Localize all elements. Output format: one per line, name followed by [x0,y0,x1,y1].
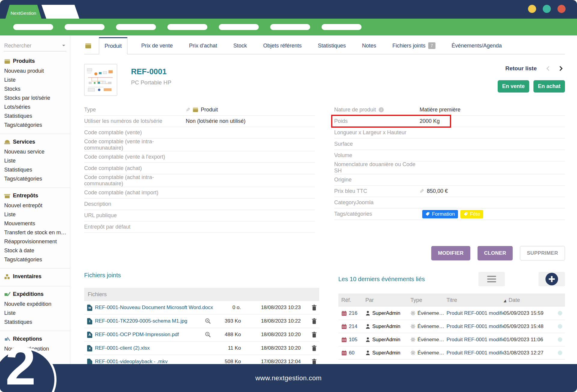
list-menu-button[interactable] [478,272,505,286]
sidebar-item[interactable]: Nouvel entrepôt [4,201,70,210]
file-date: 18/08/2023 10:20 [244,332,301,338]
sidebar-item[interactable]: Liste [4,75,70,84]
file-link[interactable]: REF-0001-client (2).xlsx [95,345,213,351]
file-link[interactable]: REF-0001-videoplayback - .mkv [95,359,213,364]
edit-pencil-icon[interactable] [420,188,424,194]
footer: www.nextgestion.com [0,364,577,392]
column-ref: Réf. [341,297,365,303]
detail-row: Nature de produit Matière première [334,104,565,116]
chevron-left-icon[interactable] [546,65,550,71]
tab-label: Objets référents [263,43,302,49]
sidebar-section-header[interactable]: Produits [4,58,70,64]
sidebar-section-label: Entrepôts [13,193,38,199]
sidebar-item[interactable]: Lots/séries [4,102,70,111]
event-ref-link[interactable]: 60 [349,350,355,356]
tab[interactable]: Stock [232,37,248,54]
sidebar-item[interactable]: Liste [4,210,70,219]
thumbnail-schema-image [86,65,116,94]
edit-pencil-icon[interactable] [186,107,190,113]
secondary-tab[interactable] [41,5,79,19]
sidebar-item[interactable]: Statistiques [4,318,70,327]
sidebar-item[interactable]: Liste [4,156,70,165]
nav-pill-placeholder[interactable] [116,24,156,30]
sidebar-item[interactable]: Stocks [4,84,70,93]
clone-button[interactable]: CLONER [478,246,513,260]
file-type-icon: A [87,332,92,338]
sidebar-item[interactable]: Nouveau service [4,147,70,156]
field-label: Longueur x Largeur x Hauteur [334,129,420,136]
chevron-right-icon[interactable] [559,65,563,71]
sidebar-item[interactable]: Mouvements [4,219,70,228]
tab[interactable]: Prix de vente [140,37,174,54]
on-purchase-badge[interactable]: En achat [533,80,565,93]
preview-zoom-icon[interactable] [205,331,213,338]
sidebar-item[interactable]: Tags/catégories [4,174,70,183]
delete-file-icon[interactable] [304,345,319,351]
window-dot-green[interactable] [543,5,551,13]
tag-badge[interactable]: Fête [460,210,483,218]
tab[interactable]: Objets référents [262,37,303,54]
on-sale-badge[interactable]: En vente [498,80,529,93]
delete-file-icon[interactable] [304,359,319,364]
add-event-button[interactable] [545,273,558,285]
file-link[interactable]: REF-0001-OCP PDM-Impression.pdf [95,332,202,338]
event-ref-link[interactable]: 214 [349,324,357,330]
window-dot-red[interactable] [557,5,566,13]
nav-pill-placeholder[interactable] [322,24,362,30]
event-user-name: SuperAdmin [372,324,401,330]
event-title: Produit REF-0001 modifié [447,324,504,330]
event-ref-link[interactable]: 216 [349,310,357,316]
sidebar-item[interactable]: Nouvelle expédition [4,299,70,308]
window-dot-yellow[interactable] [528,5,536,13]
tab[interactable]: Statistiques [317,37,347,54]
tab[interactable]: Fichiers joints 7 [391,37,437,54]
file-size: 11 Ko [216,345,241,351]
file-link[interactable]: REF-0001-TK2209-0005-schema M1.jpg [95,318,202,324]
sidebar-section-header[interactable]: Services [4,139,70,145]
detail-row: Entrepôt par défaut [84,221,315,233]
nav-pill-placeholder[interactable] [167,24,207,30]
sidebar-item[interactable]: Stock à date [4,246,70,255]
sidebar-item[interactable]: Tags/catégories [4,255,70,264]
info-icon[interactable] [379,107,384,112]
sidebar-item[interactable]: Liste [4,308,70,318]
tab[interactable]: Prix d'achat [188,37,218,54]
tag-badge[interactable]: Formation [422,210,458,218]
sidebar-section-header[interactable]: Expéditions [4,291,70,297]
back-to-list-link[interactable]: Retour liste [505,65,537,72]
event-user-name: SuperAdmin [372,337,401,343]
delete-button[interactable]: SUPPRIMER [520,246,565,260]
event-ref-link[interactable]: 105 [349,337,357,343]
sidebar-item[interactable]: Stocks par lot/série [4,93,70,102]
sidebar-item[interactable]: Nouveau produit [4,66,70,75]
sidebar-item[interactable]: Statistiques [4,165,70,174]
tab[interactable]: Produit [99,37,127,54]
delete-file-icon[interactable] [304,318,319,324]
brand-tab[interactable]: NextGestion [5,5,41,19]
search-input[interactable] [4,40,66,51]
preview-zoom-icon[interactable] [205,318,213,324]
product-thumbnail[interactable] [84,64,117,96]
sidebar-section-header[interactable]: Entrepôts [4,193,70,199]
file-link[interactable]: REF-0001-Nouveau Document Microsoft Word… [95,305,213,311]
nav-pill-placeholder[interactable] [13,24,53,30]
field-label-text: Longueur x Largeur x Hauteur [334,129,406,136]
sidebar-item[interactable]: Statistiques [4,111,70,120]
chevron-down-icon[interactable] [62,45,65,48]
event-type-cell: Événement... [411,310,447,316]
modify-button[interactable]: MODIFIER [431,246,470,260]
sidebar-item[interactable]: Tags/catégories [4,120,70,129]
sidebar-item[interactable]: Transfert de stock en ma… [4,228,70,237]
sort-date-header[interactable]: Date [504,297,558,303]
sidebar-item[interactable]: Réapprovisionnement [4,237,70,246]
nav-pill-placeholder[interactable] [270,24,310,30]
delete-file-icon[interactable] [304,305,319,311]
nav-pill-placeholder[interactable] [219,24,259,30]
tab[interactable]: Notes [361,37,377,54]
nav-pill-placeholder[interactable] [65,24,105,30]
sidebar-section-header[interactable]: Inventaires [4,273,70,280]
delete-file-icon[interactable] [304,332,319,338]
sidebar-section: Expéditions Nouvelle expédition Liste St… [0,286,70,330]
tab[interactable]: Événements/Agenda [450,37,503,54]
detail-row: Nomenclature douanière ou Code SH [334,161,565,174]
